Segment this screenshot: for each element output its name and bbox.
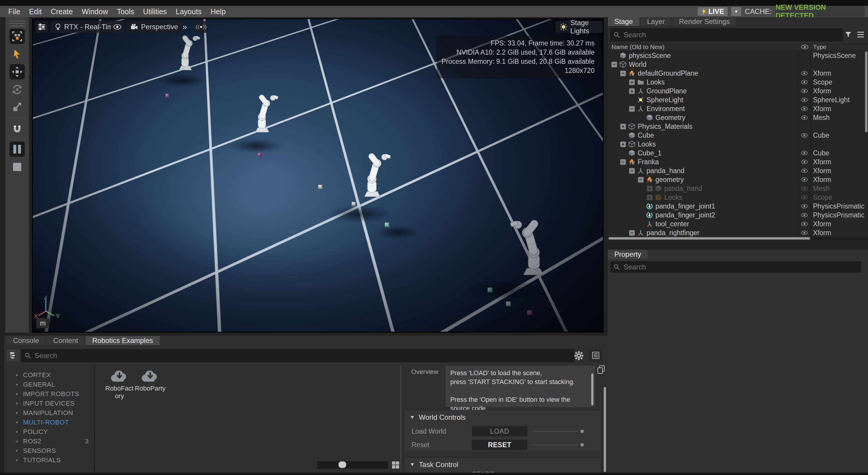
visibility-cell[interactable] bbox=[798, 122, 811, 131]
tree-row-cube-1[interactable]: Cube_1Cube bbox=[608, 148, 868, 158]
live-button[interactable]: LIVE bbox=[698, 7, 727, 16]
chevron-right-icon[interactable]: » bbox=[182, 22, 187, 32]
collapse-icon[interactable]: − bbox=[620, 71, 626, 76]
tree-row-panda-finger-joint1[interactable]: panda_finger_joint1PhysicsPrismatic bbox=[608, 202, 868, 211]
menu-layouts[interactable]: Layouts bbox=[176, 7, 202, 16]
category-general[interactable]: •GENERAL bbox=[6, 380, 94, 389]
tree-row-looks[interactable]: +LooksScope bbox=[608, 78, 868, 87]
expand-icon[interactable]: + bbox=[647, 186, 652, 192]
visibility-button[interactable] bbox=[111, 21, 124, 33]
details-scrollbar[interactable] bbox=[604, 387, 606, 472]
menu-window[interactable]: Window bbox=[82, 7, 108, 16]
property-search-input[interactable] bbox=[623, 263, 858, 271]
collapse-icon[interactable]: − bbox=[611, 62, 617, 67]
tree-row-physics-materials[interactable]: +Physics_Materials bbox=[608, 122, 868, 131]
stage-search-input[interactable] bbox=[623, 30, 839, 39]
tree-row-looks[interactable]: +Looks bbox=[608, 140, 868, 148]
view-mode-button[interactable] bbox=[589, 349, 602, 362]
tab-property[interactable]: Property bbox=[608, 249, 648, 259]
rotate-tool-button[interactable] bbox=[9, 82, 25, 97]
renderer-selector[interactable]: RTX - Real-Time bbox=[51, 21, 121, 33]
tree-row-geometry[interactable]: GeometryMesh bbox=[608, 113, 868, 122]
visibility-cell[interactable] bbox=[798, 184, 811, 193]
category-cortex[interactable]: •CORTEX bbox=[6, 370, 94, 380]
overview-scrollbar[interactable] bbox=[591, 373, 593, 405]
visibility-cell[interactable] bbox=[798, 228, 811, 236]
pause-button[interactable] bbox=[9, 141, 25, 157]
visibility-cell[interactable] bbox=[798, 193, 811, 202]
visibility-cell[interactable] bbox=[798, 131, 811, 140]
visibility-cell[interactable] bbox=[798, 148, 811, 158]
tree-row-panda-hand[interactable]: +panda_handMesh bbox=[608, 184, 868, 193]
move-tool-button[interactable] bbox=[9, 64, 25, 79]
thumbnail-size-slider[interactable] bbox=[317, 461, 389, 469]
signal-button[interactable]: ((●)) bbox=[195, 21, 208, 33]
collapse-icon[interactable]: − bbox=[629, 168, 635, 174]
scale-tool-button[interactable] bbox=[9, 100, 25, 115]
examples-search[interactable] bbox=[21, 349, 574, 362]
tree-row-physicsscene[interactable]: physicsScenePhysicsScene bbox=[608, 51, 868, 60]
stage-hscrollbar[interactable] bbox=[608, 237, 868, 240]
tree-row-environment[interactable]: −EnvironmentXform bbox=[608, 104, 868, 113]
load-button[interactable]: LOAD bbox=[472, 426, 527, 437]
browser-tree-toggle[interactable] bbox=[6, 349, 20, 362]
live-dropdown-button[interactable]: ▾ bbox=[731, 7, 741, 16]
visibility-cell[interactable] bbox=[798, 51, 811, 60]
units-badge[interactable]: m bbox=[36, 318, 50, 328]
toolbar-drag-handle[interactable] bbox=[9, 21, 25, 26]
visibility-cell[interactable] bbox=[798, 166, 811, 175]
gear-icon[interactable] bbox=[574, 351, 584, 361]
grid-view-icon[interactable] bbox=[392, 461, 400, 469]
tree-row-spherelight[interactable]: SphereLightSphereLight bbox=[608, 95, 868, 104]
collapse-icon[interactable]: − bbox=[620, 159, 626, 165]
section-header-world-controls[interactable]: ▼World Controls bbox=[404, 410, 601, 425]
visibility-cell[interactable] bbox=[798, 219, 811, 228]
visibility-cell[interactable] bbox=[798, 87, 811, 95]
tree-row-world[interactable]: −World bbox=[608, 60, 868, 69]
category-policy[interactable]: •POLICY bbox=[6, 427, 94, 437]
tree-row-tool-center[interactable]: tool_centerXform bbox=[608, 219, 868, 228]
category-import-robots[interactable]: •IMPORT ROBOTS bbox=[6, 389, 94, 399]
overview-textbox[interactable]: Press 'LOAD' to load the scene, press 'S… bbox=[445, 366, 595, 407]
selection-mode-button[interactable] bbox=[9, 29, 25, 44]
stage-vscrollbar[interactable] bbox=[865, 52, 867, 132]
tree-row-panda-finger-joint2[interactable]: panda_finger_joint2PhysicsPrismatic bbox=[608, 211, 868, 219]
tab-render-settings[interactable]: Render Settings bbox=[673, 17, 737, 26]
visibility-cell[interactable] bbox=[798, 113, 811, 122]
expand-icon[interactable]: + bbox=[620, 141, 626, 147]
slider-thumb[interactable] bbox=[339, 462, 346, 468]
tree-row-groundplane[interactable]: +GroundPlaneXform bbox=[608, 87, 868, 95]
column-type[interactable]: Type bbox=[811, 43, 868, 50]
menu-help[interactable]: Help bbox=[211, 7, 225, 16]
expand-icon[interactable]: + bbox=[620, 124, 626, 129]
tree-row-geometry[interactable]: −geometryXform bbox=[608, 175, 868, 184]
visibility-cell[interactable] bbox=[798, 158, 811, 166]
menu-create[interactable]: Create bbox=[51, 7, 73, 16]
category-tutorials[interactable]: •TUTORIALS bbox=[6, 455, 94, 465]
category-sensors[interactable]: •SENSORS bbox=[6, 446, 94, 455]
property-search[interactable] bbox=[610, 262, 861, 273]
visibility-cell[interactable] bbox=[798, 78, 811, 87]
visibility-cell[interactable] bbox=[798, 60, 811, 69]
expand-icon[interactable]: + bbox=[629, 88, 635, 94]
menu-file[interactable]: File bbox=[8, 7, 20, 16]
tab-stage[interactable]: Stage bbox=[608, 17, 640, 26]
tree-row-franka[interactable]: −FrankaXform bbox=[608, 158, 868, 166]
viewport-options-button[interactable] bbox=[35, 21, 48, 33]
filter-icon[interactable] bbox=[844, 31, 852, 38]
column-name[interactable]: Name (Old to New) bbox=[608, 43, 799, 50]
panel-divider[interactable] bbox=[401, 365, 401, 471]
visibility-cell[interactable] bbox=[798, 202, 811, 211]
example-roboparty[interactable]: RoboParty bbox=[135, 369, 165, 392]
stop-button[interactable] bbox=[9, 159, 25, 175]
example-robofactory[interactable]: RoboFactory bbox=[104, 369, 135, 400]
examples-search-input[interactable] bbox=[34, 351, 571, 360]
category-input-devices[interactable]: •INPUT DEVICES bbox=[6, 399, 94, 408]
visibility-cell[interactable] bbox=[798, 95, 811, 104]
collapse-icon[interactable]: − bbox=[629, 230, 635, 236]
select-tool-button[interactable] bbox=[9, 46, 25, 62]
stage-lights-button[interactable]: Stage Lights bbox=[556, 21, 603, 33]
snap-tool-button[interactable] bbox=[9, 121, 25, 136]
tree-row-panda-hand[interactable]: −panda_handXform bbox=[608, 166, 868, 175]
copy-icon[interactable] bbox=[597, 365, 605, 374]
